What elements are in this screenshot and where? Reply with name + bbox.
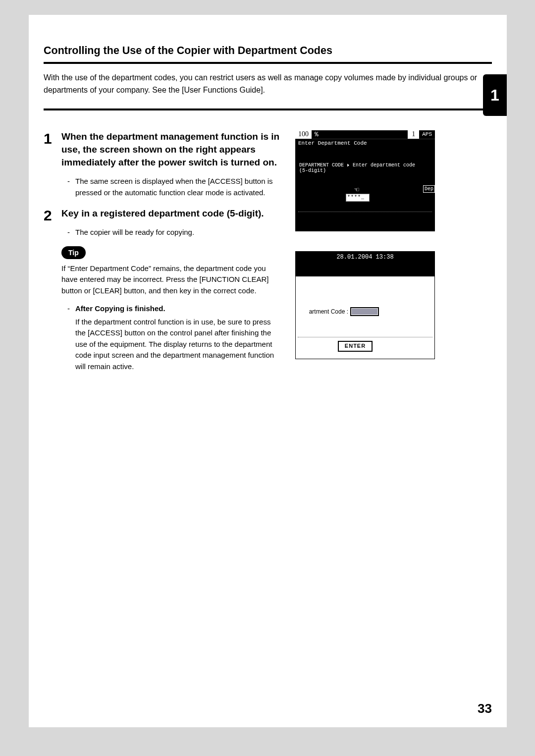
tip-badge: Tip — [61, 246, 86, 259]
tip-text: If “Enter Department Code” remains, the … — [61, 263, 281, 297]
step-number: 2 — [44, 207, 61, 375]
hand-pointer-icon: ☜ — [348, 185, 366, 194]
dept-code-field-label: artment Code : — [295, 308, 348, 315]
screen-instruction: DEPARTMENT CODE ▶ Enter department code … — [295, 147, 435, 177]
bullet-text: The copier will be ready for copying. — [75, 227, 281, 238]
dept-code-input[interactable]: ****_ — [346, 194, 370, 202]
step-heading: Key in a registered department code (5-d… — [61, 207, 281, 220]
percent-indicator: % — [312, 131, 321, 138]
steps-column: 1 When the department management functio… — [44, 130, 281, 381]
zoom-value: 100 — [295, 130, 312, 139]
step-1: 1 When the department management functio… — [44, 130, 281, 202]
step-bullet: - The copier will be ready for copying. — [61, 227, 281, 238]
enter-button[interactable]: ENTER — [338, 341, 373, 352]
screen-datetime: 28.01.2004 13:38 — [296, 252, 434, 276]
aps-indicator: APS — [419, 131, 435, 137]
bullet-text: The same screen is displayed when the [A… — [75, 176, 281, 198]
after-copying-block: - After Copying is finished. If the depa… — [61, 303, 281, 372]
dept-code-textbox[interactable] — [350, 307, 379, 316]
step-number: 1 — [44, 130, 61, 202]
after-copying-heading: After Copying is finished. — [75, 303, 281, 315]
dep-button[interactable]: Dep — [423, 185, 435, 193]
section-title: Controlling the Use of the Copier with D… — [44, 45, 492, 64]
screenshots-column: 100 % 1 APS Enter Department Code DEPART… — [295, 130, 444, 381]
arrow-icon: ▶ — [347, 162, 349, 168]
chapter-tab: 1 — [483, 74, 507, 116]
manual-page: 1 Controlling the Use of the Copier with… — [29, 15, 507, 727]
intro-paragraph: With the use of the department codes, yo… — [44, 72, 492, 110]
page-number: 33 — [478, 701, 492, 716]
divider-line — [298, 337, 432, 337]
step-bullet: - The same screen is displayed when the … — [61, 176, 281, 198]
divider-line — [298, 212, 432, 212]
two-column-layout: 1 When the department management functio… — [44, 130, 492, 381]
copier-screen-dept-code: 100 % 1 APS Enter Department Code DEPART… — [295, 130, 435, 231]
copier-screen-enter: 28.01.2004 13:38 artment Code : ENTER — [295, 251, 435, 359]
step-heading: When the department management function … — [61, 130, 281, 169]
screen-prompt: Enter Department Code — [295, 139, 435, 147]
after-copying-text: If the department control function is in… — [75, 317, 281, 373]
content-area: Controlling the Use of the Copier with D… — [29, 15, 507, 381]
step-2: 2 Key in a registered department code (5… — [44, 207, 281, 375]
copy-count: 1 — [408, 130, 419, 139]
